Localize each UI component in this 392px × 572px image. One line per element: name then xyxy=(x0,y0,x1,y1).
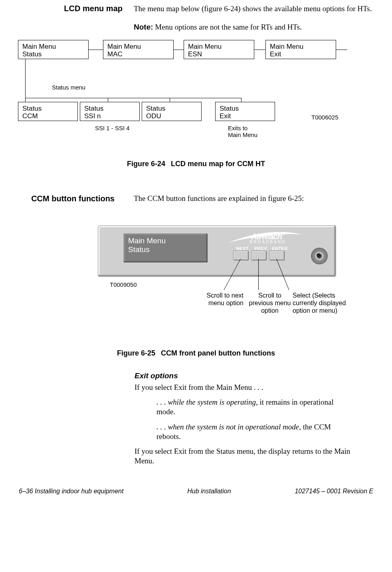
footer-left: 6–36 Installing indoor hub equipment xyxy=(19,488,123,495)
figure-number: Figure 6-24 xyxy=(127,160,165,168)
box-line2: Exit xyxy=(220,112,271,120)
callout-next: Scroll to next menu option xyxy=(200,292,244,307)
box-line2: ESN xyxy=(188,50,250,58)
status-ccm-box: Status CCM xyxy=(18,102,78,121)
box-line1: Status xyxy=(84,105,135,113)
figure-title: CCM front panel button functions xyxy=(161,349,275,357)
status-menu-label: Status menu xyxy=(52,84,85,91)
exit-p3: . . . when the system is not in operatio… xyxy=(156,422,340,441)
main-menu-mac-box: Main Menu MAC xyxy=(103,40,174,59)
figure-number: Figure 6-25 xyxy=(117,349,155,357)
ccm-front-panel-figure: Main Menu Status AIReach® BROADBAND NEXT… xyxy=(98,225,361,345)
lcd-line2: Status xyxy=(128,245,203,254)
note-label: Note: xyxy=(134,23,153,31)
box-line2: ODU xyxy=(146,112,197,120)
exit-p1: If you select Exit from the Main Menu . … xyxy=(135,383,366,392)
figure-6-24-caption: Figure 6-24LCD menu map for CCM HT xyxy=(18,160,374,168)
exits-to-main-label: Exits to Main Menu xyxy=(228,125,276,139)
exit-options-heading: Exit options xyxy=(135,371,366,380)
note-text: Menu options are not the same for RTs an… xyxy=(153,23,302,31)
box-line1: Main Menu xyxy=(107,43,169,51)
status-ssi-box: Status SSI n xyxy=(80,102,140,121)
footer-right: 1027145 – 0001 Revision E xyxy=(295,488,373,495)
footer-center: Hub installation xyxy=(187,488,231,495)
figure-drawing-number-2: T0009050 xyxy=(110,281,137,288)
box-line1: Main Menu xyxy=(270,43,332,51)
enter-button[interactable] xyxy=(269,250,284,260)
box-line1: Status xyxy=(22,105,73,113)
box-line2: Exit xyxy=(270,50,332,58)
box-line2: Status xyxy=(22,50,84,58)
ccm-intro-text: The CCM button functions are explained i… xyxy=(126,194,374,203)
logo-registered-icon: ® xyxy=(282,232,284,236)
box-line2: SSI n xyxy=(84,112,135,120)
aireach-logo: AIReach® BROADBAND xyxy=(234,232,302,244)
section-heading-ccm-button-functions: CCM button functions xyxy=(18,194,126,203)
callout-enter: Select (Selects currently displayed opti… xyxy=(293,292,360,315)
status-odu-box: Status ODU xyxy=(142,102,202,121)
panel-port-icon: ✱ xyxy=(311,248,328,264)
box-line1: Status xyxy=(220,105,271,113)
exit-p4: If you select Exit from the Status menu,… xyxy=(135,447,366,466)
lcd-menu-map-diagram: Main Menu Status Main Menu MAC Main Menu… xyxy=(18,40,374,160)
box-line2: CCM xyxy=(22,112,73,120)
next-button[interactable] xyxy=(233,250,248,260)
lcd-display: Main Menu Status xyxy=(124,234,208,262)
status-exit-box: Status Exit xyxy=(215,102,275,121)
exit-p3-italic: . . . when the system is not in operatio… xyxy=(156,423,301,431)
intro-text: The menu map below (figure 6-24) shows t… xyxy=(134,4,374,14)
ssi-range-label: SSI 1 - SSI 4 xyxy=(95,125,130,131)
box-line2: MAC xyxy=(107,50,169,58)
logo-subtitle: BROADBAND xyxy=(234,240,302,244)
front-panel: Main Menu Status AIReach® BROADBAND NEXT… xyxy=(98,225,336,277)
box-line1: Main Menu xyxy=(22,43,84,51)
figure-drawing-number-1: T0006025 xyxy=(311,114,339,121)
main-menu-exit-box: Main Menu Exit xyxy=(265,40,336,59)
callout-prev: Scroll to previous menu option xyxy=(248,292,292,315)
section-heading-lcd-menu-map: LCD menu map xyxy=(18,4,134,32)
box-line1: Main Menu xyxy=(188,43,250,51)
lcd-line1: Main Menu xyxy=(128,236,203,246)
figure-6-25-caption: Figure 6-25CCM front panel button functi… xyxy=(18,349,374,358)
box-line1: Status xyxy=(146,105,197,113)
main-menu-esn-box: Main Menu ESN xyxy=(184,40,254,59)
page-footer: 6–36 Installing indoor hub equipment Hub… xyxy=(18,488,374,495)
main-menu-status-box: Main Menu Status xyxy=(18,40,89,59)
exit-p2-italic: . . . while the system is operating, xyxy=(156,398,258,406)
figure-title: LCD menu map for CCM HT xyxy=(171,160,265,168)
exit-p2: . . . while the system is operating, it … xyxy=(156,397,340,417)
